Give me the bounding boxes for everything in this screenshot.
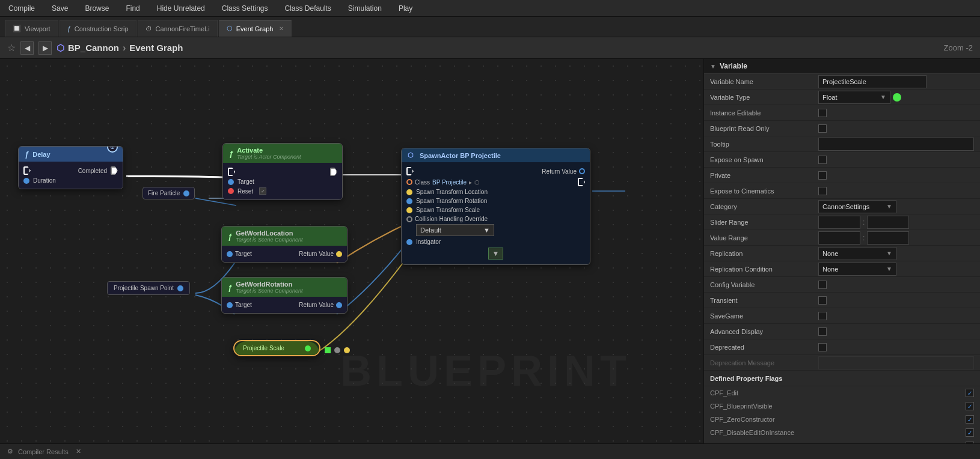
tooltip-value-container [818, 138, 974, 151]
node-projectile-spawn-point[interactable]: Projectile Spawn Point [107, 281, 190, 295]
nav-forward-button[interactable]: ▶ [38, 41, 52, 55]
expose-on-spawn-checkbox[interactable] [818, 156, 827, 164]
cpf-blueprint-visible-checkbox[interactable] [966, 402, 974, 410]
slider-range-max[interactable] [867, 216, 909, 229]
top-toolbar: Compile Save Browse Find Hide Unrelated … [0, 0, 980, 17]
advanced-display-label: Advanced Display [710, 328, 818, 335]
panel-value-range-row: Value Range : [704, 230, 980, 246]
slider-range-min[interactable] [818, 216, 860, 229]
tab-event-close[interactable]: ✕ [279, 25, 284, 32]
ps-title: Projectile Scale [243, 345, 284, 351]
toolbar-compile[interactable]: Compile [5, 3, 38, 14]
node-fire-particle[interactable]: Fire Particle [142, 187, 195, 199]
spawn-expand-button[interactable]: ▼ [488, 248, 504, 260]
gwl-pins-row: Target Return Value [227, 249, 342, 258]
node-activate[interactable]: ƒ Activate Target is Actor Component Tar… [222, 143, 343, 200]
config-variable-label: Config Variable [710, 281, 818, 288]
spawn-class-icon1: ▸ [469, 179, 472, 186]
gwl-icon: ƒ [228, 232, 232, 241]
nav-back-button[interactable]: ◀ [20, 41, 34, 55]
tab-viewport[interactable]: 🔲 Viewport [5, 20, 58, 37]
variable-name-input[interactable] [818, 75, 926, 88]
breadcrumb-separator: › [123, 43, 126, 53]
replication-value: None [822, 250, 838, 257]
toolbar-class-settings[interactable]: Class Settings [218, 3, 272, 14]
node-projectile-scale[interactable]: Projectile Scale [233, 340, 320, 356]
spawn-instigator-label: Instigator [416, 239, 441, 245]
tab-construction[interactable]: ƒ Construction Scrip [60, 20, 136, 37]
deprecated-checkbox[interactable] [818, 343, 827, 351]
panel-variable-type-row: Variable Type Float ▼ [704, 90, 980, 105]
activate-reset-checkbox[interactable]: ✓ [259, 187, 266, 195]
cpf-edit-checkbox[interactable] [966, 389, 974, 397]
status-bar: ⚙ Compiler Results ✕ [0, 443, 980, 459]
toolbar-browse[interactable]: Browse [81, 3, 112, 14]
replication-arrow: ▼ [886, 250, 892, 257]
tab-event-graph[interactable]: ⬡ Event Graph ✕ [219, 20, 292, 37]
category-dropdown[interactable]: CannonSettings ▼ [818, 200, 896, 213]
scale-conn-1 [325, 347, 331, 353]
node-spawn-actor[interactable]: ⬡ SpawnActor BP Projectile Return Value … [401, 148, 590, 265]
deprecation-message-label: Deprecation Message [710, 359, 818, 366]
blueprint-canvas[interactable]: ƒ Delay ⏱ Completed [0, 59, 703, 443]
delay-title: Delay [32, 151, 50, 158]
advanced-display-checkbox[interactable] [818, 327, 827, 336]
toolbar-class-defaults[interactable]: Class Defaults [281, 3, 334, 14]
tab-event-icon: ⬡ [227, 25, 233, 32]
replication-dropdown[interactable]: None ▼ [818, 247, 896, 260]
private-checkbox[interactable] [818, 171, 827, 180]
spawn-collision-dropdown[interactable]: Default ▼ [416, 224, 494, 236]
main-area: ƒ Delay ⏱ Completed [0, 59, 980, 443]
status-close-button[interactable]: ✕ [76, 448, 81, 455]
ps-header: Projectile Scale [234, 341, 319, 355]
deprecation-message-input [818, 356, 974, 369]
instance-editable-checkbox[interactable] [818, 109, 827, 117]
replication-condition-dropdown[interactable]: None ▼ [818, 263, 896, 276]
transient-value [818, 296, 974, 305]
tab-cannon-fire[interactable]: ⏱ CannonFireTimeLi [138, 20, 218, 37]
panel-replication-row: Replication None ▼ [704, 246, 980, 261]
ps-pin-right [305, 345, 311, 351]
tooltip-input[interactable] [818, 138, 974, 151]
spawn-body: Return Value Class BP Projectile ▸ ⬡ [402, 162, 590, 264]
defined-property-flags-label: Defined Property Flags [710, 375, 818, 382]
expose-cinematics-checkbox[interactable] [818, 187, 827, 195]
star-button[interactable]: ☆ [7, 42, 16, 53]
toolbar-hide-unrelated[interactable]: Hide Unrelated [153, 3, 209, 14]
variable-name-value-container [818, 75, 974, 88]
variable-type-dropdown[interactable]: Float ▼ [818, 91, 890, 104]
value-range-label: Value Range [710, 234, 818, 242]
gwr-icon: ƒ [228, 283, 232, 292]
activate-body: Target Reset ✓ [223, 163, 342, 199]
cpf-disable-edit-checkbox[interactable] [966, 428, 974, 437]
expose-on-spawn-value [818, 156, 974, 164]
cpf-zero-constructor-checkbox[interactable] [966, 415, 974, 424]
transient-checkbox[interactable] [818, 296, 827, 305]
toolbar-find[interactable]: Find [122, 3, 143, 14]
compiler-results-label: Compiler Results [18, 448, 69, 455]
toolbar-simulation[interactable]: Simulation [345, 3, 385, 14]
spawn-location-pin [406, 189, 412, 195]
private-label: Private [710, 172, 818, 179]
value-range-max[interactable] [867, 231, 909, 245]
delay-duration-label: Duration [33, 177, 56, 184]
blueprint-read-only-checkbox[interactable] [818, 124, 827, 133]
activate-subtitle: Target is Actor Component [237, 154, 301, 160]
cpf-zero-constructor-label: CPF_ZeroConstructor [710, 416, 775, 423]
spawn-class-label: Class [415, 179, 430, 186]
toolbar-save[interactable]: Save [48, 3, 72, 14]
panel-expose-cinematics-row: Expose to Cinematics [704, 183, 980, 199]
node-get-world-rotation[interactable]: ƒ GetWorldRotation Target is Scene Compo… [221, 277, 348, 314]
gwr-target-pin [227, 302, 233, 308]
variable-type-arrow: ▼ [880, 94, 886, 100]
category-label: Category [710, 203, 818, 210]
node-get-world-location[interactable]: ƒ GetWorldLocation Target is Scene Compo… [221, 226, 348, 263]
value-range-min[interactable] [818, 231, 860, 245]
savegame-checkbox[interactable] [818, 312, 827, 320]
toolbar-play[interactable]: Play [395, 3, 416, 14]
config-variable-checkbox[interactable] [818, 281, 827, 289]
node-delay[interactable]: ƒ Delay ⏱ Completed [18, 146, 123, 189]
private-value [818, 171, 974, 180]
spawn-expand-row: ▼ [406, 246, 585, 261]
tab-construction-icon: ƒ [67, 25, 71, 32]
